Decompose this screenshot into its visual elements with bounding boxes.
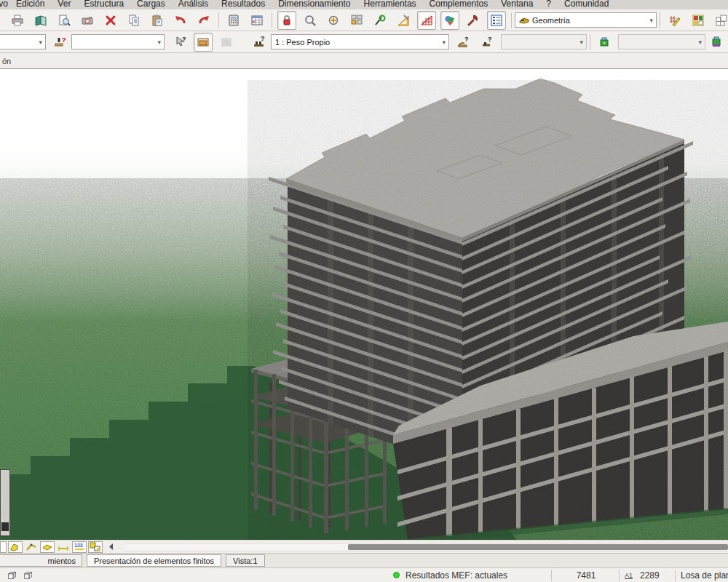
menu-item-estructura[interactable]: Estructura: [77, 0, 130, 9]
snap-node-button[interactable]: [371, 11, 389, 30]
menu-item-analisis[interactable]: Análisis: [172, 0, 215, 9]
toolbar-separator: [218, 12, 219, 28]
colored-grid-icon: [692, 14, 705, 27]
status-count-1-value: 7481: [577, 570, 596, 581]
tab-fe-presentation[interactable]: Presentación de elementos finitos: [87, 554, 221, 567]
calculator-button[interactable]: [224, 11, 243, 30]
snapshot-button[interactable]: [78, 11, 97, 30]
load-case-combo[interactable]: 1 : Peso Propio ▾: [271, 34, 449, 49]
load-edit-help-button[interactable]: ?: [454, 33, 472, 52]
member-button[interactable]: [24, 541, 39, 553]
dimension-icon: [58, 542, 69, 551]
mef-status-text: Resultados MEF: actuales: [405, 570, 507, 581]
zoom-in-button[interactable]: [324, 11, 343, 30]
plate-button[interactable]: [40, 541, 55, 553]
left-edge-panel-block: [1, 522, 9, 531]
zoom-button[interactable]: [301, 11, 320, 30]
measure-button[interactable]: [394, 11, 413, 30]
horizontal-scrollbar-thumb[interactable]: [348, 544, 728, 550]
bottom-bar: 123: [0, 540, 728, 553]
menu-item-cargas[interactable]: Cargas: [130, 0, 172, 9]
menu-item-edicion[interactable]: Edición: [9, 0, 51, 9]
pencil-grid-button[interactable]: [665, 11, 684, 30]
3d-viewport[interactable]: [0, 69, 728, 540]
display-properties-icon: [490, 14, 503, 27]
copy-button[interactable]: [124, 11, 143, 30]
calculator-icon: [227, 14, 240, 27]
window-frame-button[interactable]: [194, 33, 213, 52]
menu-item-help[interactable]: ?: [539, 0, 558, 9]
menu-item-ver[interactable]: Ver: [51, 0, 77, 9]
toolbar-loadcases: ▾ ? ▾ ? ? 1 : Peso Propio ▾ ? ?: [0, 31, 728, 53]
solid-cube-icon[interactable]: [7, 570, 17, 580]
colored-grid-button[interactable]: [689, 11, 708, 30]
green-machine-alt-button[interactable]: [708, 33, 727, 52]
toolbar-separator: [590, 34, 590, 50]
open-book-button[interactable]: [31, 11, 50, 30]
paste-button[interactable]: [148, 11, 167, 30]
undo-button[interactable]: [171, 11, 190, 30]
menu-item-comunidad[interactable]: Comunidad: [558, 0, 615, 9]
clipped-plate-button[interactable]: [0, 541, 7, 553]
status-selection-text: Losa de plant: [681, 570, 728, 581]
load-apply-help-button[interactable]: ?: [477, 33, 496, 52]
view-tabs-bar: mientos Presentación de elementos finito…: [0, 553, 728, 567]
stamp-help-icon: ?: [53, 36, 66, 49]
clipped-toolbar-button[interactable]: [0, 11, 5, 30]
scroll-left-button[interactable]: [104, 541, 119, 553]
load-case-help-icon: ?: [253, 36, 266, 49]
svg-text:?: ?: [182, 36, 186, 43]
lock-button[interactable]: [277, 11, 296, 30]
snapshot-icon: [81, 14, 94, 27]
table-calc-button[interactable]: [248, 11, 266, 30]
tab-vista-1-label: Vista:1: [233, 557, 257, 565]
measure-icon: [397, 14, 410, 27]
render-button[interactable]: [440, 11, 459, 30]
views-button[interactable]: [347, 11, 366, 30]
menu-item-dimensionamiento[interactable]: Dimensionamiento: [272, 0, 357, 9]
chevron-down-icon: ▾: [649, 17, 653, 24]
plain-grid-button[interactable]: [712, 11, 728, 30]
status-count-2: A1 2289: [625, 568, 660, 582]
menu-item-ventana[interactable]: Ventana: [494, 0, 539, 9]
print-button[interactable]: [8, 11, 27, 30]
menu-item-complementos[interactable]: Complementos: [423, 0, 495, 9]
wire-cube-icon[interactable]: [23, 570, 33, 580]
redo-button[interactable]: [194, 11, 213, 30]
tab-vista-1[interactable]: Vista:1: [226, 554, 264, 567]
folded-plate-button[interactable]: [8, 541, 23, 553]
stamp-help-button[interactable]: ?: [50, 33, 69, 52]
status-green-dot-icon: [393, 572, 400, 578]
status-separator: [551, 570, 552, 581]
numbering-button[interactable]: 123: [72, 541, 87, 553]
left-edge-panel[interactable]: [0, 469, 10, 536]
green-machine-button[interactable]: [596, 33, 614, 52]
load-case-help-button[interactable]: ?: [250, 33, 269, 52]
wrench-button[interactable]: [464, 11, 483, 30]
geometry-combo[interactable]: Geometría ▾: [515, 12, 657, 28]
tab-clipped[interactable]: mientos: [0, 554, 82, 567]
svg-text:?: ?: [488, 36, 492, 43]
combo-secondary[interactable]: ▾: [71, 34, 165, 49]
menu-item-resultados[interactable]: Resultados: [215, 0, 272, 9]
menu-bar: Archivo Edición Ver Estructura Cargas An…: [0, 0, 728, 9]
combo-clipped[interactable]: ▾: [0, 34, 46, 49]
menu-item-herramientas[interactable]: Herramientas: [357, 0, 423, 9]
dimension-button[interactable]: [56, 541, 71, 553]
delete-button[interactable]: [101, 11, 120, 30]
print-icon: [11, 14, 24, 27]
svg-text:?: ?: [464, 36, 469, 43]
table-icon: [250, 14, 264, 27]
pointer-help-button[interactable]: ?: [170, 33, 189, 52]
scroll-left-arrow-icon: [106, 542, 117, 551]
menu-item-archivo[interactable]: Archivo: [0, 0, 9, 9]
print-preview-button[interactable]: [55, 11, 74, 30]
chevron-down-icon: ▾: [157, 39, 161, 46]
status-view-icons: [7, 568, 39, 582]
zoom-icon: [304, 14, 317, 27]
mesh-button[interactable]: [417, 11, 436, 30]
status-count-1: 7481: [557, 568, 615, 582]
display-properties-button[interactable]: [487, 11, 506, 30]
horizontal-scrollbar[interactable]: [124, 543, 728, 551]
panels-button[interactable]: [88, 541, 103, 553]
